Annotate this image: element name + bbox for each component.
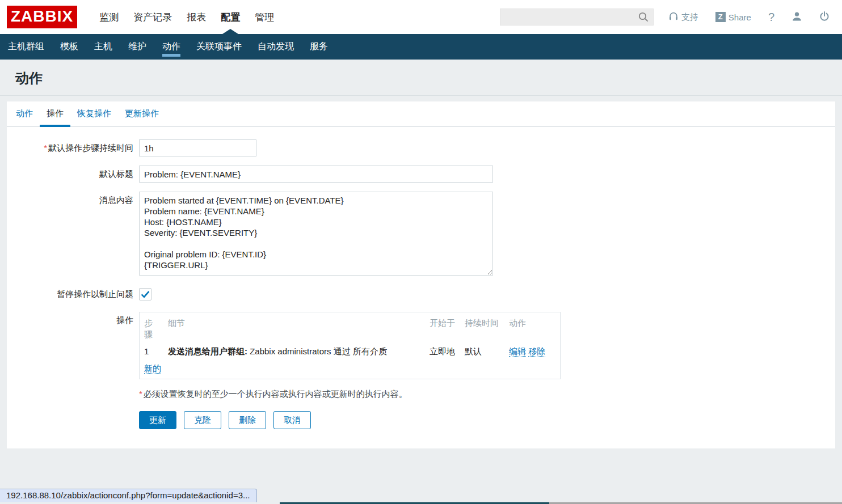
row-buttons: 更新 克隆 删除 取消 (7, 411, 835, 429)
default-subject-label: 默认标题 (7, 166, 139, 183)
search-icon[interactable] (638, 12, 649, 24)
menu-administration[interactable]: 管理 (247, 0, 281, 34)
operation-duration: 默认 (460, 343, 504, 360)
operation-type: 发送消息给用户群组: (168, 346, 247, 356)
subnav-actions[interactable]: 动作 (154, 34, 188, 60)
subnav-active-underline (162, 54, 180, 57)
search-input[interactable] (500, 9, 654, 26)
default-step-duration-label: *默认操作步骤持续时间 (7, 139, 139, 156)
subnav-maintenance[interactable]: 维护 (120, 34, 154, 60)
message-textarea[interactable]: Problem started at {EVENT.TIME} on {EVEN… (139, 192, 493, 276)
subnav-actions-label: 动作 (162, 41, 180, 51)
pause-operations-checkbox[interactable] (139, 288, 151, 300)
headset-icon (668, 11, 679, 23)
col-details: 细节 (163, 315, 425, 343)
menu-reports[interactable]: 报表 (179, 0, 213, 34)
z-share-icon: Z (715, 12, 726, 22)
main-menu: 监测 资产记录 报表 配置 管理 (92, 0, 281, 34)
operations-label: 操作 (7, 312, 139, 329)
share-label: Share (729, 12, 751, 22)
required-asterisk: * (44, 143, 47, 153)
row-default-subject: 默认标题 (7, 166, 835, 183)
browser-link-preview: 192.168.88.10/zabbix/actionconf.php?form… (0, 489, 257, 502)
message-label: 消息内容 (7, 192, 139, 209)
help-icon[interactable]: ? (768, 11, 774, 24)
default-step-duration-input[interactable] (139, 139, 256, 156)
share-link[interactable]: Z Share (715, 12, 751, 22)
operation-step: 1 (140, 343, 163, 360)
support-label: 支持 (681, 12, 698, 23)
row-footnote: *必须设置恢复时的至少一个执行内容或执行内容或更新时的执行内容。 (7, 388, 835, 400)
edit-operation-link[interactable]: 编辑 (509, 346, 526, 357)
operation-target: Zabbix administrators 通过 所有介质 (247, 346, 387, 356)
operations-table-header: 步骤 细节 开始于 持续时间 动作 (140, 315, 560, 343)
col-action: 动作 (504, 315, 561, 343)
required-footnote: *必须设置恢复时的至少一个执行内容或执行内容或更新时的执行内容。 (139, 388, 407, 400)
remove-operation-link[interactable]: 移除 (528, 346, 545, 357)
col-duration: 持续时间 (460, 315, 504, 343)
zabbix-logo[interactable]: ZABBIX (7, 6, 77, 28)
tab-update-operations[interactable]: 更新操作 (118, 101, 166, 127)
delete-button[interactable]: 删除 (229, 411, 266, 429)
operation-row: 1 发送消息给用户群组: Zabbix administrators 通过 所有… (140, 343, 560, 360)
page-title: 动作 (0, 60, 842, 95)
default-subject-input[interactable] (139, 166, 493, 183)
operation-details: 发送消息给用户群组: Zabbix administrators 通过 所有介质 (163, 343, 425, 360)
clone-button[interactable]: 克隆 (184, 411, 221, 429)
menu-monitoring[interactable]: 监测 (92, 0, 126, 34)
new-operation-link[interactable]: 新的 (144, 363, 161, 374)
form-buttons: 更新 克隆 删除 取消 (139, 411, 311, 429)
content-area: 动作 动作 操作 恢复操作 更新操作 *默认操作步骤持续时间 默认标题 消息内容… (0, 60, 842, 504)
operation-new-row: 新的 (140, 360, 560, 375)
row-default-step-duration: *默认操作步骤持续时间 (7, 139, 835, 156)
active-menu-caret (222, 29, 238, 34)
row-message: 消息内容 Problem started at {EVENT.TIME} on … (7, 192, 835, 276)
tab-action[interactable]: 动作 (9, 101, 40, 127)
required-asterisk: * (139, 389, 142, 399)
row-operations: 操作 步骤 细节 开始于 持续时间 动作 1 发送消息给用户群组: Zabbix… (7, 312, 835, 379)
col-start-in: 开始于 (425, 315, 460, 343)
menu-configuration[interactable]: 配置 (213, 0, 247, 34)
update-button[interactable]: 更新 (139, 411, 176, 429)
row-pause-operations: 暂停操作以制止问题 (7, 288, 835, 300)
subnav-event-correlation[interactable]: 关联项事件 (188, 34, 250, 60)
cancel-button[interactable]: 取消 (273, 411, 311, 429)
checkmark-icon (141, 290, 150, 298)
form-tabs: 动作 操作 恢复操作 更新操作 (7, 101, 835, 127)
subnav-discovery[interactable]: 自动发现 (250, 34, 302, 60)
operation-start-in: 立即地 (425, 343, 460, 360)
profile-icon[interactable] (792, 11, 802, 23)
subnav-templates[interactable]: 模板 (52, 34, 86, 60)
header-icons: 支持 Z Share ? (668, 11, 830, 24)
col-steps: 步骤 (140, 315, 163, 343)
subnav-hosts[interactable]: 主机 (86, 34, 120, 60)
title-divider (0, 95, 842, 96)
operation-actions: 编辑 移除 (504, 343, 561, 360)
action-form-panel: 动作 操作 恢复操作 更新操作 *默认操作步骤持续时间 默认标题 消息内容 Pr… (7, 101, 835, 448)
operations-form: *默认操作步骤持续时间 默认标题 消息内容 Problem started at… (7, 127, 835, 429)
logout-icon[interactable] (819, 11, 830, 23)
tab-recovery-operations[interactable]: 恢复操作 (70, 101, 118, 127)
top-header: ZABBIX 监测 资产记录 报表 配置 管理 (0, 0, 842, 34)
tab-operations[interactable]: 操作 (40, 101, 70, 127)
global-search (500, 9, 654, 26)
menu-configuration-label: 配置 (221, 11, 240, 24)
config-subnav: 主机群组 模板 主机 维护 动作 关联项事件 自动发现 服务 (0, 34, 842, 60)
menu-inventory[interactable]: 资产记录 (126, 0, 179, 34)
operations-table: 步骤 细节 开始于 持续时间 动作 1 发送消息给用户群组: Zabbix ad… (139, 312, 561, 379)
support-link[interactable]: 支持 (668, 11, 698, 23)
subnav-host-groups[interactable]: 主机群组 (0, 34, 52, 60)
pause-operations-label: 暂停操作以制止问题 (7, 288, 139, 300)
subnav-services[interactable]: 服务 (302, 34, 336, 60)
